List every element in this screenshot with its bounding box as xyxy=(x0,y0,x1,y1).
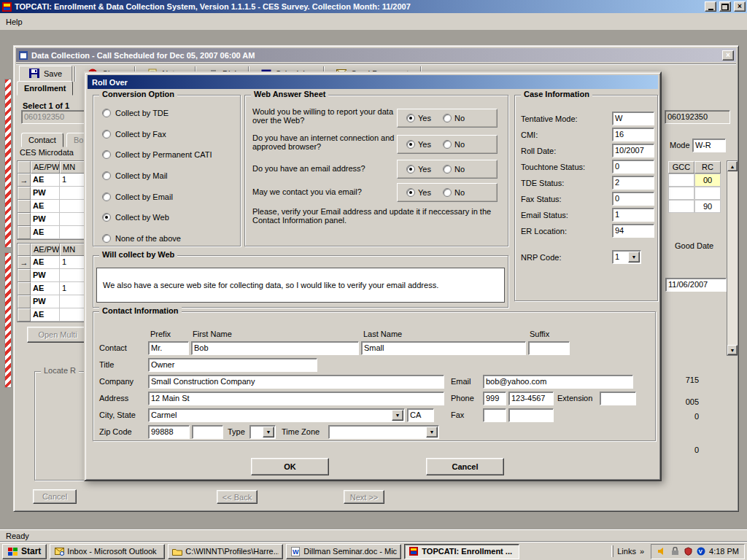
company-field[interactable]: Small Construction Company xyxy=(148,375,444,389)
radio-icon[interactable] xyxy=(443,165,452,174)
title-field[interactable]: Owner xyxy=(148,358,317,372)
email-field[interactable]: bob@yahoo.com xyxy=(483,375,633,389)
links-toolbar[interactable]: Links » xyxy=(608,545,648,557)
type-combo[interactable]: ▼ xyxy=(249,425,276,439)
yes-option[interactable]: Yes xyxy=(406,114,431,122)
task-button-word[interactable]: W Dillman Seminar.doc - Mic... xyxy=(286,544,401,559)
task-button-topcati[interactable]: TOPCATI: Enrollment ... xyxy=(404,544,519,559)
cmi-field[interactable]: 16 xyxy=(612,128,654,141)
app-titlebar[interactable]: TOPCATI: Enrollment & Data Collection Sy… xyxy=(0,0,747,13)
rc-cell[interactable]: 90 xyxy=(694,200,721,213)
radio-icon[interactable] xyxy=(102,130,111,139)
dropdown-arrow-icon[interactable]: ▼ xyxy=(426,427,438,438)
radio-icon[interactable] xyxy=(102,109,111,117)
fax-status-field[interactable]: 0 xyxy=(612,192,654,206)
toolbar-grip[interactable] xyxy=(611,545,614,557)
option-none-of-the-above[interactable]: None of the above xyxy=(102,234,236,243)
no-option[interactable]: No xyxy=(443,140,465,149)
yes-option[interactable]: Yes xyxy=(406,188,431,197)
yes-option[interactable]: Yes xyxy=(406,140,431,149)
tab-enrollment[interactable]: Enrollment xyxy=(17,81,73,96)
zip-field[interactable]: 99888 xyxy=(148,425,190,439)
option-collect-by-mail[interactable]: Collect by Mail xyxy=(102,171,236,180)
fax-area-field[interactable] xyxy=(483,408,506,422)
option-collect-by-permanent-cati[interactable]: Collect by Permanent CATI xyxy=(102,150,236,159)
gcc-cell[interactable] xyxy=(668,187,694,200)
phone-number-field[interactable]: 123-4567 xyxy=(508,392,554,405)
gcc-column-header: GCC xyxy=(668,161,694,174)
tray-volume-icon[interactable] xyxy=(657,546,667,556)
radio-icon[interactable] xyxy=(406,140,415,149)
ok-button[interactable]: OK xyxy=(251,458,329,475)
minimize-button[interactable] xyxy=(705,1,716,12)
data-collection-titlebar[interactable]: Data Collection - Call Scheduled for Dec… xyxy=(16,48,736,62)
record-indicator-stripe xyxy=(4,252,12,388)
roll-date-field[interactable]: 10/2007 xyxy=(612,144,654,158)
last-name-field[interactable]: Small xyxy=(361,341,526,355)
radio-icon[interactable] xyxy=(443,114,452,122)
tray-antivirus-icon[interactable]: V xyxy=(696,546,706,556)
fax-number-field[interactable] xyxy=(508,408,554,422)
nrp-code-combo[interactable]: 1 ▼ xyxy=(612,250,641,264)
dropdown-arrow-icon[interactable]: ▼ xyxy=(392,410,403,421)
yes-option[interactable]: Yes xyxy=(406,165,431,174)
radio-icon[interactable] xyxy=(406,114,415,122)
restore-button[interactable] xyxy=(719,1,731,12)
chevron-icon[interactable]: » xyxy=(640,547,644,556)
city-combo[interactable]: Carmel ▼ xyxy=(148,408,405,422)
gcc-cell[interactable] xyxy=(668,200,694,213)
touchtone-status-field[interactable]: 0 xyxy=(612,160,654,174)
save-button[interactable]: Save xyxy=(19,66,72,82)
task-button-outlook[interactable]: Inbox - Microsoft Outlook xyxy=(50,544,165,559)
option-collect-by-web[interactable]: Collect by Web xyxy=(102,213,236,222)
radio-icon[interactable] xyxy=(443,140,452,149)
rollover-dialog-titlebar[interactable]: Roll Over xyxy=(88,75,658,89)
er-location-field[interactable]: 94 xyxy=(612,224,654,238)
phone-area-field[interactable]: 999 xyxy=(483,392,506,405)
radio-icon[interactable] xyxy=(102,234,111,243)
option-collect-by-fax[interactable]: Collect by Fax xyxy=(102,130,236,139)
prefix-field[interactable]: Mr. xyxy=(148,341,189,355)
option-collect-by-tde[interactable]: Collect by TDE xyxy=(102,109,236,117)
radio-icon[interactable] xyxy=(102,192,111,201)
tde-status-field[interactable]: 2 xyxy=(612,176,654,190)
no-option[interactable]: No xyxy=(443,114,465,122)
radio-icon[interactable] xyxy=(406,188,415,197)
vertical-scrollbar[interactable]: ▲ ▼ xyxy=(727,160,738,356)
rc-cell[interactable] xyxy=(694,187,721,200)
tray-lock-icon[interactable] xyxy=(670,546,680,556)
zip4-field[interactable] xyxy=(192,425,223,439)
suffix-field[interactable] xyxy=(528,341,570,355)
first-name-field[interactable]: Bob xyxy=(191,341,359,355)
radio-icon[interactable] xyxy=(102,171,111,180)
task-button-explorer[interactable]: C:\WINNT\Profiles\Harre... xyxy=(168,544,283,559)
scroll-down-icon[interactable]: ▼ xyxy=(727,345,738,355)
radio-icon[interactable] xyxy=(102,150,111,159)
scroll-up-icon[interactable]: ▲ xyxy=(727,161,738,171)
state-field[interactable]: CA xyxy=(407,408,434,422)
rc-cell[interactable]: 00 xyxy=(694,174,721,187)
radio-icon[interactable] xyxy=(443,188,452,197)
dropdown-arrow-icon[interactable]: ▼ xyxy=(263,427,274,438)
scrollbar-track[interactable] xyxy=(727,171,738,345)
radio-icon[interactable] xyxy=(406,165,415,174)
address-field[interactable]: 12 Main St xyxy=(148,392,444,405)
extension-field[interactable] xyxy=(600,392,636,405)
email-status-field[interactable]: 1 xyxy=(612,208,654,222)
good-date-field[interactable]: 11/06/2007 xyxy=(665,278,727,292)
start-button[interactable]: Start xyxy=(2,544,47,559)
no-option[interactable]: No xyxy=(443,188,465,197)
timezone-combo[interactable]: ▼ xyxy=(328,425,439,439)
radio-icon[interactable] xyxy=(102,213,111,222)
cancel-button[interactable]: Cancel xyxy=(426,458,504,475)
tray-shield-icon[interactable] xyxy=(683,546,693,556)
option-collect-by-email[interactable]: Collect by Email xyxy=(102,192,236,201)
tab-contact[interactable]: Contact xyxy=(21,133,63,147)
dropdown-arrow-icon[interactable]: ▼ xyxy=(628,252,640,262)
gcc-cell[interactable] xyxy=(668,174,694,187)
menu-help[interactable]: Help xyxy=(0,15,28,28)
no-option[interactable]: No xyxy=(443,165,465,174)
close-button[interactable]: × xyxy=(734,1,746,12)
child-close-button[interactable]: × xyxy=(722,50,734,61)
tentative-mode-field[interactable]: W xyxy=(612,112,654,125)
